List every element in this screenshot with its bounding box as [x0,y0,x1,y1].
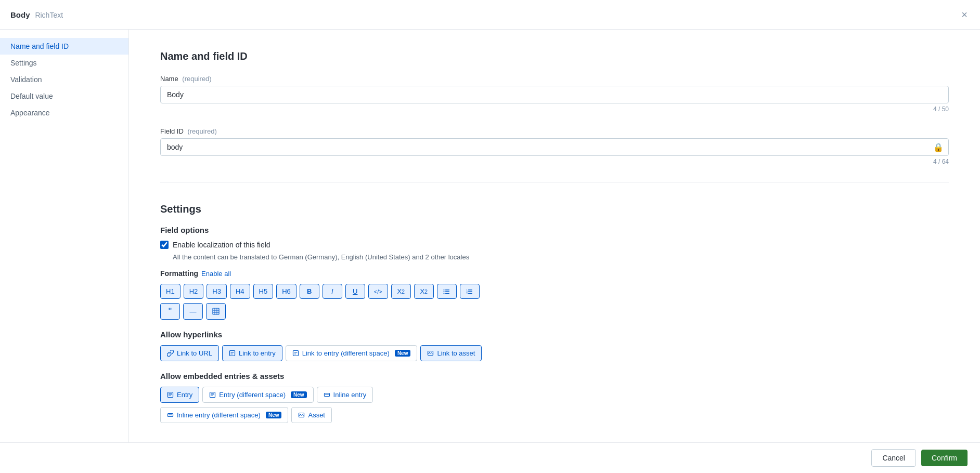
localization-label[interactable]: Enable localization of this field [173,241,270,249]
field-id-label: Field ID (required) [160,127,949,135]
new-badge-entry-diff: New [291,391,307,398]
svg-point-20 [429,352,430,353]
svg-rect-2 [445,293,449,294]
modal-footer: Cancel Confirm [0,442,980,473]
embedded-section: Allow embedded entries & assets Entry En… [160,372,949,423]
format-btn-code[interactable]: </> [368,284,388,299]
formatting-row: Formatting Enable all [160,269,949,278]
sidebar: Name and field ID Settings Validation De… [0,30,129,473]
svg-point-3 [443,289,444,290]
modal-header: Body RichText × [0,0,980,30]
embedded-buttons-row2: Inline entry (different space) New Asset [160,407,949,423]
hyperlink-buttons: Link to URL Link to entry Link to entry … [160,345,949,361]
svg-rect-18 [293,351,298,356]
embedded-title: Allow embedded entries & assets [160,372,949,380]
link-url-btn[interactable]: Link to URL [160,345,219,361]
svg-text:3: 3 [466,292,468,295]
format-btn-ul[interactable] [437,284,457,299]
lock-icon: 🔒 [933,142,944,152]
svg-rect-7 [468,291,472,292]
inline-entry-different-btn[interactable]: Inline entry (different space) New [160,407,288,423]
settings-section: Settings Field options Enable localizati… [160,203,949,423]
name-field-id-section: Name and field ID Name (required) 4 / 50… [160,50,949,165]
link-entry-btn[interactable]: Link to entry [222,345,282,361]
hyperlinks-title: Allow hyperlinks [160,330,949,339]
format-btn-h2[interactable]: H2 [184,284,204,299]
main-content: Name and field ID Name (required) 4 / 50… [129,30,980,473]
format-btn-hr[interactable]: — [183,303,203,320]
new-badge-link-entry-diff: New [395,350,411,357]
svg-rect-6 [468,290,472,291]
embedded-buttons-row1: Entry Entry (different space) New Inline… [160,387,949,403]
localization-checkbox[interactable] [160,241,169,249]
format-btn-subscript[interactable]: X2 [414,284,434,299]
svg-rect-8 [468,293,472,294]
hyperlinks-section: Allow hyperlinks Link to URL Link to ent… [160,330,949,361]
svg-point-26 [300,414,301,415]
format-btn-h6[interactable]: H6 [276,284,296,299]
formatting-section: Formatting Enable all H1 H2 H3 H4 H5 H6 … [160,269,949,320]
sidebar-item-validation[interactable]: Validation [0,71,128,88]
sidebar-item-settings[interactable]: Settings [0,55,128,71]
field-options-title: Field options [160,226,949,234]
section-divider [160,182,949,182]
format-buttons-row1: H1 H2 H3 H4 H5 H6 B I U </> X2 X2 [160,284,949,299]
format-btn-quote[interactable]: " [160,303,180,320]
close-button[interactable]: × [959,7,970,22]
sidebar-item-default-value[interactable]: Default value [0,88,128,104]
format-btn-ol[interactable]: 123 [460,284,480,299]
svg-rect-12 [213,308,219,314]
header-title: Body RichText [10,10,63,19]
enable-all-link[interactable]: Enable all [201,270,231,278]
formatting-label: Formatting [160,269,198,278]
new-badge-inline-diff: New [266,412,282,418]
sidebar-item-name-field-id[interactable]: Name and field ID [0,38,128,55]
name-field-group: Name (required) 4 / 50 [160,75,949,113]
name-field-label: Name (required) [160,75,949,83]
sidebar-item-appearance[interactable]: Appearance [0,104,128,121]
localization-row: Enable localization of this field [160,241,949,249]
layout: Name and field ID Settings Validation De… [0,30,980,473]
name-char-count: 4 / 50 [160,106,949,113]
link-entry-different-btn[interactable]: Link to entry (different space) New [286,345,418,361]
format-btn-h5[interactable]: H5 [253,284,274,299]
name-section-title: Name and field ID [160,50,949,62]
cancel-button[interactable]: Cancel [871,449,916,467]
settings-section-title: Settings [160,203,949,215]
locale-hint: All the content can be translated to Ger… [173,253,949,261]
svg-rect-1 [445,291,449,292]
format-buttons-row2: " — [160,303,949,320]
field-id-char-count: 4 / 64 [160,158,949,165]
entry-different-btn[interactable]: Entry (different space) New [202,387,313,403]
svg-rect-17 [229,351,235,356]
format-btn-bold[interactable]: B [300,284,319,299]
name-input[interactable] [160,86,949,103]
svg-rect-0 [445,290,449,291]
format-btn-h3[interactable]: H3 [207,284,227,299]
link-asset-btn[interactable]: Link to asset [420,345,482,361]
inline-entry-btn[interactable]: Inline entry [317,387,373,403]
field-id-input[interactable] [160,138,949,156]
confirm-button[interactable]: Confirm [921,450,968,466]
format-btn-h1[interactable]: H1 [160,284,180,299]
field-id-wrapper: 🔒 [160,138,949,156]
field-id-group: Field ID (required) 🔒 4 / 64 [160,127,949,165]
svg-point-4 [443,291,444,292]
format-btn-italic[interactable]: I [323,284,342,299]
entry-btn[interactable]: Entry [160,387,199,403]
format-btn-underline[interactable]: U [345,284,365,299]
svg-point-5 [443,293,444,294]
format-btn-h4[interactable]: H4 [230,284,250,299]
format-btn-superscript[interactable]: X2 [391,284,411,299]
format-btn-table[interactable] [206,303,226,320]
asset-btn[interactable]: Asset [291,407,332,423]
